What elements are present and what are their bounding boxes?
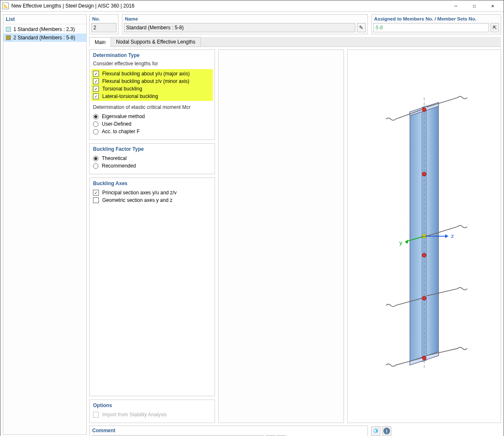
radio-eigenvalue[interactable]: Eigenvalue method <box>93 113 211 120</box>
checkbox-icon <box>93 93 99 99</box>
svg-point-8 <box>422 253 426 257</box>
check-principal-axes[interactable]: Principal section axes y/u and z/v <box>93 189 211 196</box>
preview-tool-1-icon[interactable]: 🧊 <box>371 426 380 436</box>
check-flexural-zv[interactable]: Flexural buckling about z/v (minor axis) <box>93 77 211 85</box>
determination-type-group: Determination Type Consider effective le… <box>89 49 215 140</box>
name-label: Name <box>124 15 366 23</box>
svg-marker-12 <box>445 234 448 238</box>
titlebar: 📐 New Effective Lengths | Steel Design |… <box>0 0 504 12</box>
checkbox-icon <box>93 190 99 196</box>
svg-point-6 <box>422 172 426 176</box>
svg-point-10 <box>422 356 426 360</box>
preview-tool-2-icon[interactable]: i <box>382 426 391 436</box>
app-icon: 📐 <box>2 3 9 9</box>
determination-title: Determination Type <box>93 52 211 58</box>
svg-marker-14 <box>405 240 408 244</box>
buckling-axes-group: Buckling Axes Principal section axes y/u… <box>89 178 215 396</box>
assigned-label: Assigned to Members No. / Member Sets No… <box>373 15 499 23</box>
buckling-factor-title: Buckling Factor Type <box>93 146 211 152</box>
no-label: No. <box>91 15 116 23</box>
checkbox-icon <box>93 78 99 84</box>
list-item-swatch <box>6 35 11 40</box>
check-torsional[interactable]: Torsional buckling <box>93 85 211 93</box>
comment-group: Comment ▾ 💬 <box>89 426 368 436</box>
radio-icon <box>93 163 98 169</box>
dialog-window: 📐 New Effective Lengths | Steel Design |… <box>0 0 504 436</box>
checkbox-icon <box>93 197 99 203</box>
buckling-axes-title: Buckling Axes <box>93 181 211 186</box>
radio-icon <box>93 114 98 119</box>
tab-main[interactable]: Main <box>89 37 111 47</box>
check-flexural-yu[interactable]: Flexural buckling about y/u (major axis) <box>93 70 211 77</box>
list-item[interactable]: 2 Standard (Members : 5-8) <box>3 34 86 42</box>
svg-point-5 <box>422 108 426 111</box>
consider-label: Consider effective lengths for <box>93 61 211 67</box>
radio-icon <box>93 121 98 127</box>
radio-user-defined[interactable]: User-Defined <box>93 120 211 128</box>
minimize-button[interactable]: — <box>447 0 465 11</box>
buckling-factor-group: Buckling Factor Type Theoretical Recomme… <box>89 143 215 174</box>
radio-icon <box>93 129 98 134</box>
check-lateral-torsional[interactable]: Lateral-torsional buckling <box>93 93 211 100</box>
assigned-input[interactable] <box>373 23 489 32</box>
options-title: Options <box>93 402 211 408</box>
name-field-group: Name ✎ <box>122 14 368 34</box>
radio-chapter-f[interactable]: Acc. to chapter F <box>93 128 211 135</box>
list-item-swatch <box>6 27 11 32</box>
list-body: 1 Standard (Members : 2,3) 2 Standard (M… <box>3 24 86 434</box>
check-geometric-axes[interactable]: Geometric section axes y and z <box>93 196 211 204</box>
pick-members-icon[interactable]: ⇱ <box>491 23 499 32</box>
list-item-label: 2 Standard (Members : 5-8) <box>13 35 75 41</box>
list-item[interactable]: 1 Standard (Members : 2,3) <box>3 25 86 34</box>
checkbox-icon <box>93 86 99 92</box>
check-import-stability: Import from Stability Analysis <box>93 411 211 418</box>
close-button[interactable]: ✕ <box>483 0 502 11</box>
assigned-field-group: Assigned to Members No. / Member Sets No… <box>371 14 501 34</box>
no-field-group: No. <box>89 14 119 34</box>
radio-icon <box>93 156 98 161</box>
tab-bar: Main Nodal Supports & Effective Lengths <box>89 37 501 47</box>
axis-z-label: z <box>451 233 454 239</box>
checkbox-icon <box>93 412 99 418</box>
edit-name-icon[interactable]: ✎ <box>357 23 366 32</box>
options-group: Options Import from Stability Analysis <box>89 400 215 423</box>
maximize-button[interactable]: ☐ <box>465 0 483 11</box>
tab-nodal[interactable]: Nodal Supports & Effective Lengths <box>111 37 201 46</box>
no-input[interactable] <box>91 23 116 32</box>
window-title: New Effective Lengths | Steel Design | A… <box>11 3 447 9</box>
name-input[interactable] <box>124 23 355 32</box>
svg-point-9 <box>422 297 426 300</box>
list-item-label: 1 Standard (Members : 2,3) <box>13 26 75 32</box>
comment-title: Comment <box>92 428 365 433</box>
checkbox-icon <box>93 71 99 77</box>
preview-3d[interactable]: z y <box>347 49 501 423</box>
axis-y-label: y <box>399 240 402 246</box>
mcr-label: Determination of elastic critical moment… <box>93 104 211 110</box>
radio-recommended[interactable]: Recommended <box>93 162 211 170</box>
radio-theoretical[interactable]: Theoretical <box>93 155 211 162</box>
middle-empty-panel <box>218 49 344 423</box>
preview-toolbar: 🧊 i <box>371 426 501 436</box>
list-header: List <box>3 15 86 24</box>
